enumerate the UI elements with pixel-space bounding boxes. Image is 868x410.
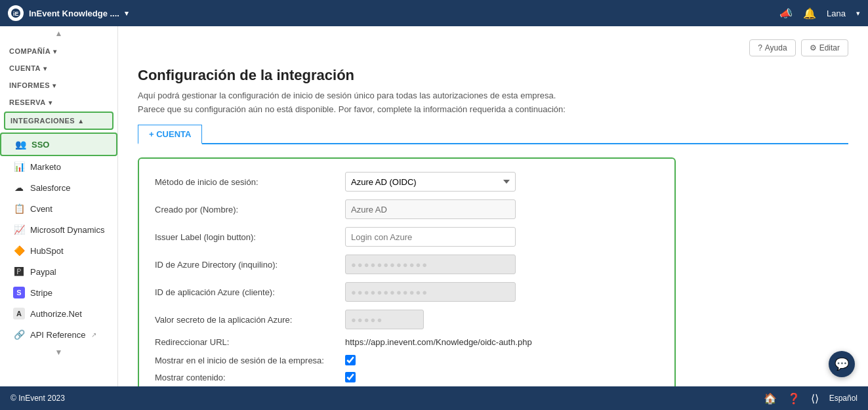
issuer-input[interactable] bbox=[345, 227, 516, 247]
form-row-redirect: Redireccionar URL: https://app.inevent.c… bbox=[155, 337, 659, 347]
redirect-url-value: https://app.inevent.com/Knowledge/oidc-a… bbox=[345, 337, 532, 347]
apireference-label: API Reference bbox=[30, 330, 86, 340]
hubspot-icon: 🔶 bbox=[13, 245, 25, 256]
stripe-label: Stripe bbox=[30, 288, 52, 298]
sidebar-item-marketo[interactable]: 📊 Marketo bbox=[0, 156, 117, 177]
svg-text:iE: iE bbox=[13, 10, 19, 17]
content-checkbox[interactable] bbox=[345, 372, 356, 382]
integraciones-label: INTEGRACIONES bbox=[10, 117, 75, 125]
form-row-creado: Creado por (Nombre): bbox=[155, 199, 659, 219]
cuenta-label: CUENTA bbox=[9, 64, 41, 72]
tab-cuenta[interactable]: + CUENTA bbox=[138, 125, 202, 144]
company-checkbox[interactable] bbox=[345, 355, 356, 365]
copyright: © InEvent 2023 bbox=[10, 394, 65, 403]
sidebar-item-salesforce[interactable]: ☁ Salesforce bbox=[0, 177, 117, 198]
sidebar-item-hubspot[interactable]: 🔶 HubSpot bbox=[0, 240, 117, 261]
checkbox-row-content: Mostrar contenido: bbox=[155, 372, 659, 382]
reserva-chevron: ▾ bbox=[49, 99, 52, 106]
microsoft-icon: 📈 bbox=[13, 224, 25, 236]
user-name[interactable]: Lana bbox=[827, 9, 846, 18]
header-actions: ? Ayuda ⚙ Editar bbox=[138, 39, 848, 56]
authorizenet-label: Authorize.Net bbox=[30, 309, 82, 319]
sidebar-item-paypal[interactable]: 🅿 Paypal bbox=[0, 261, 117, 282]
form-section: Método de inicio de sesión: Azure AD (OI… bbox=[138, 157, 676, 386]
marketo-label: Marketo bbox=[30, 162, 61, 172]
checkbox-row-company: Mostrar en el inicio de sesión de la emp… bbox=[155, 355, 659, 365]
ayuda-label: Ayuda bbox=[765, 43, 787, 52]
stripe-icon: S bbox=[13, 287, 25, 298]
form-row-issuer: Issuer Label (login button): bbox=[155, 227, 659, 247]
salesforce-icon: ☁ bbox=[13, 182, 25, 194]
home-icon[interactable]: 🏠 bbox=[764, 392, 777, 405]
issuer-label: Issuer Label (login button): bbox=[155, 232, 339, 242]
apireference-icon: 🔗 bbox=[13, 329, 25, 340]
informes-label: INFORMES bbox=[9, 81, 50, 89]
sidebar-section-integraciones[interactable]: INTEGRACIONES ▲ bbox=[4, 112, 114, 130]
form-row-secret: Valor secreto de la aplicación Azure: bbox=[155, 310, 659, 329]
editar-button[interactable]: ⚙ Editar bbox=[801, 39, 848, 56]
creado-label: Creado por (Nombre): bbox=[155, 205, 339, 215]
page-title: Configuración de la integración bbox=[138, 67, 848, 84]
sso-label: SSO bbox=[31, 140, 49, 150]
redirect-label: Redireccionar URL: bbox=[155, 337, 339, 347]
sidebar-item-cvent[interactable]: 📋 Cvent bbox=[0, 198, 117, 219]
compania-label: COMPAÑÍA bbox=[9, 47, 51, 55]
bottom-bar-right: 🏠 ❓ ⟨⟩ Español bbox=[764, 392, 858, 405]
company-checkbox-label: Mostrar en el inicio de sesión de la emp… bbox=[155, 356, 339, 365]
sidebar-section-reserva[interactable]: RESERVA ▾ bbox=[0, 92, 117, 109]
secret-input[interactable] bbox=[345, 310, 424, 329]
sso-icon: 👥 bbox=[14, 138, 26, 150]
user-chevron[interactable]: ▾ bbox=[856, 9, 860, 18]
main-layout: ▲ COMPAÑÍA ▾ CUENTA ▾ INFORMES ▾ RESERVA… bbox=[0, 26, 868, 386]
editar-label: Editar bbox=[819, 43, 840, 52]
sidebar-item-stripe[interactable]: S Stripe bbox=[0, 282, 117, 303]
megaphone-icon[interactable]: 📣 bbox=[779, 7, 793, 20]
paypal-icon: 🅿 bbox=[13, 266, 25, 277]
sidebar-section-compania[interactable]: COMPAÑÍA ▾ bbox=[0, 41, 117, 58]
sidebar-item-apireference[interactable]: 🔗 API Reference ↗ bbox=[0, 324, 117, 345]
help-icon[interactable]: ❓ bbox=[787, 392, 800, 405]
form-row-method: Método de inicio de sesión: Azure AD (OI… bbox=[155, 172, 659, 192]
scroll-arrow-down: ▼ bbox=[0, 345, 117, 359]
navbar-left: iE InEvent Knowledge .... ▾ bbox=[8, 5, 129, 21]
sidebar-item-microsoft[interactable]: 📈 Microsoft Dynamics bbox=[0, 219, 117, 240]
sidebar-item-authorizenet[interactable]: A Authorize.Net bbox=[0, 303, 117, 324]
marketo-icon: 📊 bbox=[13, 161, 25, 173]
main-content: ? Ayuda ⚙ Editar Configuración de la int… bbox=[118, 26, 868, 386]
tabs-container: + CUENTA bbox=[138, 125, 848, 144]
tab-cuenta-label: + CUENTA bbox=[149, 129, 191, 139]
salesforce-label: Salesforce bbox=[30, 183, 70, 193]
bottom-bar: © InEvent 2023 🏠 ❓ ⟨⟩ Español bbox=[0, 386, 868, 410]
bell-icon[interactable]: 🔔 bbox=[803, 7, 816, 20]
editar-icon: ⚙ bbox=[810, 43, 817, 52]
chat-icon: 💬 bbox=[835, 357, 849, 371]
hubspot-label: HubSpot bbox=[30, 246, 64, 256]
code-icon[interactable]: ⟨⟩ bbox=[811, 392, 819, 405]
appid-input[interactable] bbox=[345, 282, 516, 302]
page-description-2: Parece que su configuración aún no está … bbox=[138, 104, 848, 114]
sidebar-section-informes[interactable]: INFORMES ▾ bbox=[0, 75, 117, 92]
directory-label: ID de Azure Directory (inquilino): bbox=[155, 260, 339, 270]
sidebar-item-sso[interactable]: 👥 SSO bbox=[0, 133, 117, 156]
reserva-label: RESERVA bbox=[9, 98, 46, 106]
language-label[interactable]: Español bbox=[829, 394, 858, 403]
sidebar-section-cuenta[interactable]: CUENTA ▾ bbox=[0, 58, 117, 75]
external-link-icon: ↗ bbox=[91, 331, 96, 338]
sidebar: ▲ COMPAÑÍA ▾ CUENTA ▾ INFORMES ▾ RESERVA… bbox=[0, 26, 118, 386]
creado-input[interactable] bbox=[345, 199, 516, 219]
compania-chevron: ▾ bbox=[53, 48, 57, 55]
navbar-right: 📣 🔔 Lana ▾ bbox=[779, 7, 860, 20]
cvent-label: Cvent bbox=[30, 204, 52, 214]
form-row-appid: ID de aplicación Azure (cliente): bbox=[155, 282, 659, 302]
directory-input[interactable] bbox=[345, 255, 516, 274]
chat-bubble[interactable]: 💬 bbox=[829, 351, 855, 377]
ayuda-button[interactable]: ? Ayuda bbox=[749, 39, 796, 56]
paypal-label: Paypal bbox=[30, 267, 56, 277]
method-select[interactable]: Azure AD (OIDC) SAML OAuth bbox=[345, 172, 516, 192]
app-chevron[interactable]: ▾ bbox=[125, 9, 129, 18]
page-description-1: Aquí podrá gestionar la configuración de… bbox=[138, 91, 848, 100]
app-logo: iE bbox=[8, 5, 24, 21]
cuenta-chevron: ▾ bbox=[43, 65, 47, 72]
integraciones-chevron: ▲ bbox=[77, 117, 84, 125]
content-checkbox-label: Mostrar contenido: bbox=[155, 373, 339, 382]
